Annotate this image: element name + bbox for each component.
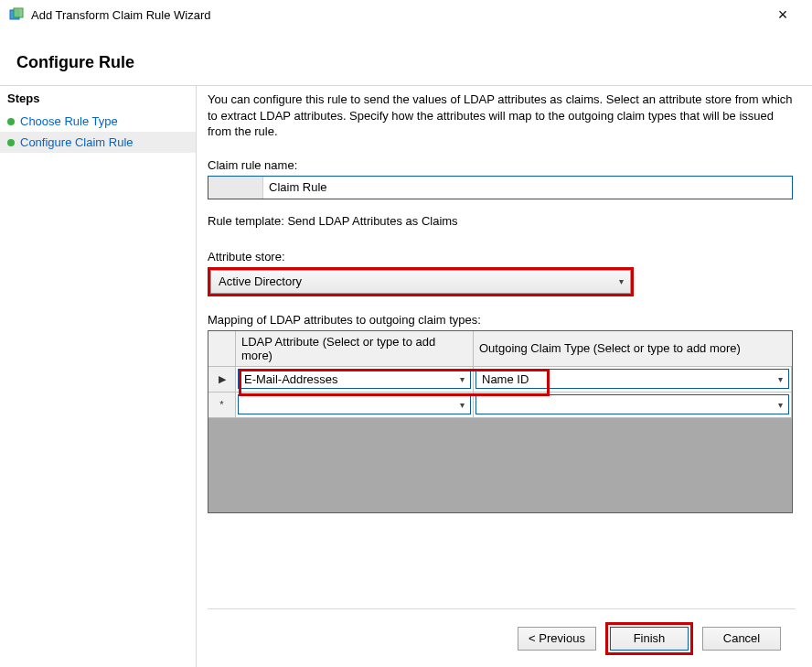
ldap-attribute-cell[interactable]: ▾	[236, 393, 474, 418]
ldap-attribute-value: E-Mail-Addresses	[239, 372, 454, 386]
outgoing-claim-cell[interactable]: Name ID ▾	[474, 367, 792, 393]
step-label: Choose Rule Type	[20, 114, 118, 128]
chevron-down-icon: ▾	[454, 374, 470, 384]
claim-rule-name-field[interactable]	[208, 176, 793, 199]
finish-highlight: Finish	[605, 622, 693, 655]
grid-header-row: LDAP Attribute (Select or type to add mo…	[208, 331, 792, 367]
ldap-attribute-cell[interactable]: E-Mail-Addresses ▾	[236, 367, 474, 393]
page-heading: Configure Rule	[0, 29, 812, 85]
cancel-button-label: Cancel	[723, 631, 760, 645]
finish-button[interactable]: Finish	[610, 627, 689, 651]
field-prefix-gray	[208, 177, 263, 199]
step-choose-rule-type[interactable]: Choose Rule Type	[0, 111, 196, 132]
claim-rule-name-input[interactable]	[263, 177, 792, 199]
ldap-attribute-header: LDAP Attribute (Select or type to add mo…	[236, 331, 474, 367]
table-row: * ▾ ▾	[208, 393, 792, 418]
chevron-down-icon: ▾	[772, 374, 788, 384]
rule-template-text: Rule template: Send LDAP Attributes as C…	[208, 214, 796, 228]
attribute-store-label: Attribute store:	[208, 250, 796, 264]
step-label: Configure Claim Rule	[20, 135, 134, 149]
step-status-icon	[7, 139, 15, 146]
steps-sidebar: Steps Choose Rule Type Configure Claim R…	[0, 85, 196, 667]
attribute-store-highlight: Active Directory ▾	[208, 267, 634, 296]
previous-button-label: < Previous	[529, 631, 585, 645]
row-marker[interactable]: ▶	[208, 367, 236, 393]
chevron-down-icon: ▾	[772, 400, 788, 410]
description-text: You can configure this rule to send the …	[208, 91, 796, 140]
step-status-icon	[7, 118, 15, 125]
svg-rect-1	[14, 8, 23, 17]
row-selector-header	[208, 331, 236, 367]
wizard-icon	[9, 7, 24, 22]
row-marker[interactable]: *	[208, 393, 236, 418]
mapping-grid: LDAP Attribute (Select or type to add mo…	[208, 330, 793, 513]
previous-button[interactable]: < Previous	[518, 627, 596, 651]
outgoing-claim-cell[interactable]: ▾	[474, 393, 792, 418]
step-configure-claim-rule[interactable]: Configure Claim Rule	[0, 132, 196, 153]
window-title: Add Transform Claim Rule Wizard	[31, 8, 763, 22]
cancel-button[interactable]: Cancel	[702, 627, 781, 651]
wizard-footer: < Previous Finish Cancel	[208, 608, 796, 667]
mapping-label: Mapping of LDAP attributes to outgoing c…	[208, 313, 796, 327]
title-bar: Add Transform Claim Rule Wizard ×	[0, 0, 812, 29]
attribute-store-combo[interactable]: Active Directory ▾	[210, 270, 631, 294]
attribute-store-value: Active Directory	[211, 274, 612, 288]
claim-rule-name-label: Claim rule name:	[208, 158, 796, 172]
chevron-down-icon: ▾	[454, 400, 470, 410]
chevron-down-icon: ▾	[612, 276, 630, 286]
table-row: ▶ E-Mail-Addresses ▾ Name ID ▾	[208, 367, 792, 393]
steps-title: Steps	[0, 86, 196, 111]
outgoing-claim-value: Name ID	[476, 372, 772, 386]
content-panel: You can configure this rule to send the …	[196, 85, 812, 667]
close-icon[interactable]: ×	[763, 0, 803, 29]
outgoing-claim-header: Outgoing Claim Type (Select or type to a…	[474, 331, 792, 367]
finish-button-label: Finish	[634, 631, 666, 645]
